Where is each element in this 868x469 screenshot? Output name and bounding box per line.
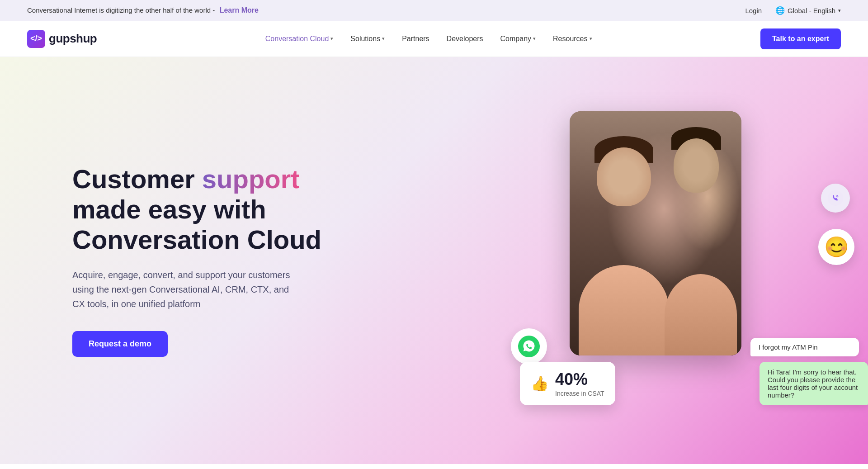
- logo-icon: </>: [27, 30, 45, 48]
- chat-area: I forgot my ATM Pin Hi Tara! I'm sorry t…: [750, 338, 868, 405]
- nav-item-developers[interactable]: Developers: [440, 31, 490, 47]
- phone-icon-bubble: [821, 184, 850, 213]
- nav-item-solutions[interactable]: Solutions ▾: [344, 31, 391, 47]
- csat-info: 40% Increase in CSAT: [555, 370, 604, 397]
- thumbs-up-icon: 👍: [531, 375, 549, 392]
- banner-text: Conversational Internet is digitizing th…: [27, 6, 215, 14]
- chevron-down-icon: ▾: [838, 8, 841, 14]
- nav-label-partners: Partners: [402, 35, 429, 43]
- language-selector[interactable]: 🌐 Global - English ▾: [775, 6, 841, 15]
- talk-to-expert-button[interactable]: Talk to an expert: [760, 28, 841, 49]
- lang-label: Global - English: [788, 7, 835, 14]
- nav-label-developers: Developers: [447, 35, 483, 43]
- chat-bubble-outgoing: Hi Tara! I'm sorry to hear that. Could y…: [760, 362, 868, 405]
- navbar: </> gupshup Conversation Cloud ▾ Solutio…: [0, 21, 868, 57]
- login-link[interactable]: Login: [745, 7, 762, 14]
- hero-subtitle: Acquire, engage, convert, and support yo…: [72, 268, 298, 311]
- hero-photo: [570, 111, 741, 355]
- hero-visual: 😊 👍 40% Increase in CSAT I forgot my ATM…: [524, 102, 841, 419]
- nav-label-conversation-cloud: Conversation Cloud: [265, 35, 329, 43]
- logo-text: gupshup: [49, 32, 97, 46]
- emoji-icon-bubble: 😊: [818, 229, 854, 265]
- hero-title-normal: Customer: [72, 164, 202, 194]
- hero-section: Customer support made easy withConversat…: [0, 57, 868, 464]
- nav-label-resources: Resources: [553, 35, 587, 43]
- whatsapp-icon: [511, 328, 547, 365]
- top-banner: Conversational Internet is digitizing th…: [0, 0, 868, 21]
- banner-message: Conversational Internet is digitizing th…: [27, 6, 259, 14]
- hero-content: Customer support made easy withConversat…: [72, 164, 321, 356]
- chevron-down-icon: ▾: [533, 36, 536, 42]
- logo-symbol: </>: [30, 34, 42, 43]
- nav-item-conversation-cloud[interactable]: Conversation Cloud ▾: [259, 31, 340, 47]
- svg-point-1: [828, 190, 843, 206]
- nav-label-company: Company: [500, 35, 531, 43]
- nav-item-company[interactable]: Company ▾: [494, 31, 542, 47]
- nav-links: Conversation Cloud ▾ Solutions ▾ Partner…: [259, 31, 599, 47]
- request-demo-button[interactable]: Request a demo: [72, 331, 168, 357]
- logo[interactable]: </> gupshup: [27, 30, 97, 48]
- nav-item-partners[interactable]: Partners: [396, 31, 435, 47]
- hero-title: Customer support made easy withConversat…: [72, 164, 321, 255]
- banner-right: Login 🌐 Global - English ▾: [745, 6, 841, 15]
- chevron-down-icon: ▾: [382, 36, 385, 42]
- globe-icon: 🌐: [775, 6, 785, 15]
- chevron-down-icon: ▾: [590, 36, 592, 42]
- chat-bubble-incoming: I forgot my ATM Pin: [750, 338, 859, 356]
- csat-percent: 40%: [555, 370, 604, 389]
- nav-item-resources[interactable]: Resources ▾: [547, 31, 598, 47]
- csat-card: 👍 40% Increase in CSAT: [520, 362, 615, 405]
- csat-label: Increase in CSAT: [555, 390, 604, 397]
- hero-title-rest: made easy withConversation Cloud: [72, 194, 321, 254]
- hero-title-highlight: support: [202, 164, 300, 194]
- hero-image-card: [570, 111, 741, 355]
- learn-more-link[interactable]: Learn More: [220, 6, 259, 14]
- nav-label-solutions: Solutions: [350, 35, 380, 43]
- chevron-down-icon: ▾: [330, 36, 333, 42]
